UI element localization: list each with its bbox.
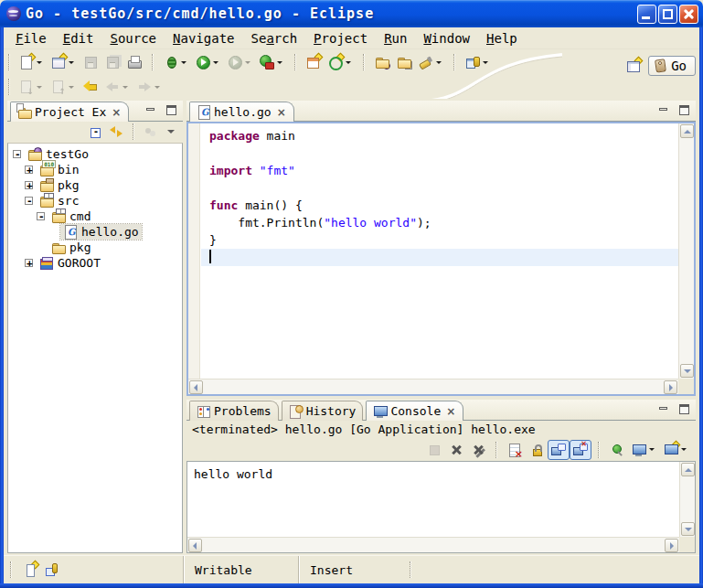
go-perspective-button[interactable]: Go [648,56,696,76]
console-output-area[interactable]: hello world [186,461,696,553]
forward-button[interactable] [133,76,165,98]
open-perspective-button[interactable] [623,55,644,77]
pin-console-button[interactable] [606,440,628,460]
profile-button[interactable] [224,51,256,73]
show-view-as-fast-view-icon[interactable] [23,562,37,577]
tree-expander[interactable] [13,150,21,158]
dropdown-arrow-icon[interactable] [68,59,76,67]
console-close-icon[interactable]: × [445,406,456,417]
console-minimize-button[interactable] [656,403,671,416]
open-resource-button[interactable] [393,51,415,73]
problems-tab[interactable]: Problems [189,401,279,421]
editor-horizontal-scrollbar[interactable] [188,379,678,394]
tree-item[interactable]: pkg [8,240,182,255]
tree-expander[interactable] [25,197,33,205]
scroll-left-button[interactable] [188,539,202,552]
project-tree[interactable]: testGo bin [7,143,183,553]
editor-minimize-button[interactable] [656,104,671,117]
show-stdout-when-changed-button[interactable] [548,440,570,460]
dropdown-arrow-icon[interactable] [122,83,130,91]
link-with-editor-button[interactable] [106,123,126,141]
last-edit-location-button[interactable] [80,76,101,98]
tree-expander[interactable] [25,181,33,189]
tree-item[interactable]: GOROOT [8,255,182,271]
project-minimize-button[interactable] [144,104,158,117]
menu-item[interactable]: Search [243,29,306,48]
hello-go-editor-tab[interactable]: hello.go × [189,102,294,122]
editor-tab-close-icon[interactable]: × [276,107,287,118]
tree-item[interactable]: hello.go [8,224,182,240]
back-button[interactable] [101,76,133,98]
console-horizontal-scrollbar[interactable] [187,537,679,552]
print-button[interactable] [123,51,145,73]
menu-item[interactable]: Navigate [165,29,242,48]
remove-launch-button[interactable] [445,440,467,460]
menu-item[interactable]: Edit [55,29,102,48]
project-explorer-tab[interactable]: Project Ex × [10,102,129,122]
display-selected-console-button[interactable] [628,440,660,460]
menu-item[interactable]: Window [415,29,478,48]
save-all-button[interactable] [101,51,123,73]
dropdown-arrow-icon[interactable] [648,445,656,454]
dropdown-arrow-icon[interactable] [212,59,220,67]
code-editor[interactable]: package main import "fmt" func main() { … [186,122,696,396]
clear-console-button[interactable] [504,440,526,460]
scroll-right-button[interactable] [665,539,678,552]
save-button[interactable] [80,51,101,73]
title-bar[interactable]: Go - testGo/src/cmd/hello.go - Eclipse [0,0,703,27]
remove-all-terminated-button[interactable] [467,440,489,460]
project-maximize-button[interactable] [165,104,179,117]
dropdown-arrow-icon[interactable] [154,83,162,91]
new-folder-button[interactable] [48,51,80,73]
window-close-button[interactable] [679,5,698,24]
new-go-element-button[interactable] [325,51,357,73]
debug-button[interactable] [160,51,192,73]
dropdown-arrow-icon[interactable] [345,59,353,67]
dropdown-arrow-icon[interactable] [36,59,44,67]
editor-maximize-button[interactable] [677,104,692,117]
dropdown-arrow-icon[interactable] [680,445,688,454]
new-go-project-button[interactable] [303,51,325,73]
new-wizard-button[interactable] [16,51,48,73]
scroll-lock-button[interactable] [526,440,548,460]
tree-expander[interactable] [37,212,45,220]
scroll-up-button[interactable] [680,124,694,138]
menu-item[interactable]: Source [101,29,165,48]
dropdown-arrow-icon[interactable] [244,59,252,67]
scroll-down-button[interactable] [680,364,694,378]
dropdown-arrow-icon[interactable] [36,83,44,91]
menu-item[interactable]: Help [478,29,526,48]
tree-item[interactable]: bin [8,162,182,177]
scroll-right-button[interactable] [664,380,677,394]
dropdown-arrow-icon[interactable] [68,83,76,91]
dropdown-arrow-icon[interactable] [482,59,490,67]
task-sync-button[interactable] [462,51,494,73]
fast-view-toggle-icon[interactable] [45,562,59,577]
menu-item[interactable]: File [7,29,55,48]
menu-item[interactable]: Run [376,29,415,48]
run-button[interactable] [192,51,224,73]
run-external-tools-button[interactable] [256,51,288,73]
console-tab[interactable]: Console × [366,401,463,421]
tree-item[interactable]: testGo [8,146,182,162]
console-vertical-scrollbar[interactable] [679,462,695,537]
window-maximize-button[interactable] [658,5,677,24]
menu-item[interactable]: Project [305,29,376,48]
dropdown-arrow-icon[interactable] [180,59,188,67]
terminate-button[interactable] [423,440,445,460]
tree-item[interactable]: src [8,193,182,208]
collapse-all-button[interactable] [86,123,106,141]
window-minimize-button[interactable] [637,5,656,24]
editor-vertical-scrollbar[interactable] [678,123,694,379]
scroll-up-button[interactable] [681,463,695,476]
view-menu-button[interactable] [161,123,181,141]
previous-annotation-button[interactable] [48,76,80,98]
dropdown-arrow-icon[interactable] [435,59,443,67]
scroll-down-button[interactable] [681,522,695,536]
dropdown-arrow-icon[interactable] [276,59,284,67]
open-type-button[interactable] [371,51,393,73]
tree-expander[interactable] [25,259,33,267]
show-stderr-when-changed-button[interactable] [570,440,591,460]
scroll-left-button[interactable] [189,380,203,394]
focus-button[interactable] [141,123,161,141]
